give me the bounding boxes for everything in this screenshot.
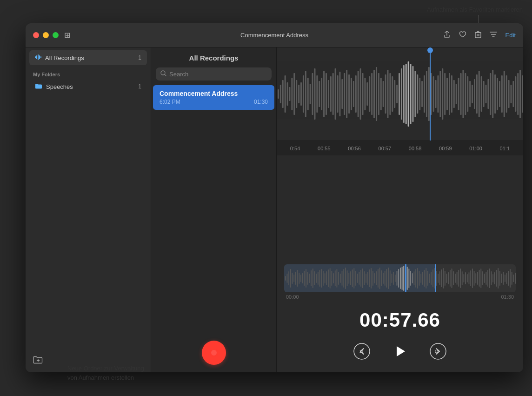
svg-rect-2 xyxy=(36,55,37,59)
minimize-button[interactable] xyxy=(43,32,49,38)
svg-rect-154 xyxy=(348,273,349,284)
filter-icon[interactable] xyxy=(490,31,497,40)
ruler-label-5: 00:59 xyxy=(439,146,452,151)
playhead-line[interactable] xyxy=(430,47,431,141)
svg-rect-232 xyxy=(482,271,483,285)
svg-rect-127 xyxy=(302,273,303,283)
svg-rect-45 xyxy=(360,68,361,120)
svg-rect-215 xyxy=(453,271,454,285)
svg-rect-71 xyxy=(419,78,420,110)
svg-rect-246 xyxy=(506,273,507,284)
play-button[interactable] xyxy=(388,340,412,363)
record-button[interactable] xyxy=(202,341,226,365)
svg-rect-230 xyxy=(479,270,480,287)
svg-rect-89 xyxy=(460,73,462,115)
svg-rect-244 xyxy=(503,272,504,285)
svg-rect-120 xyxy=(290,269,291,288)
svg-rect-107 xyxy=(501,75,503,113)
svg-rect-91 xyxy=(465,73,466,115)
main-content: All Recordings 1 My Folders Speeches 1 xyxy=(26,47,523,372)
favorite-heart-icon[interactable] xyxy=(459,31,466,40)
search-input[interactable] xyxy=(169,71,267,78)
svg-rect-99 xyxy=(483,81,485,107)
sidebar-item-speeches[interactable]: Speeches 1 xyxy=(29,80,147,93)
svg-rect-64 xyxy=(403,65,405,123)
svg-rect-27 xyxy=(319,81,320,107)
svg-rect-16 xyxy=(293,73,295,115)
ruler-labels: 0:54 00:55 00:56 00:57 00:58 00:59 01:00… xyxy=(277,146,523,151)
svg-rect-57 xyxy=(387,70,389,118)
svg-rect-49 xyxy=(369,76,370,112)
svg-rect-62 xyxy=(399,73,400,115)
svg-rect-229 xyxy=(477,272,478,285)
annotation-bottom: Neue Ordner zur Verwaltung von Aufnahmen… xyxy=(67,364,144,382)
svg-rect-241 xyxy=(498,268,499,289)
svg-rect-5 xyxy=(40,56,41,58)
sidebar-item-all-recordings[interactable]: All Recordings 1 xyxy=(29,50,147,65)
svg-rect-80 xyxy=(439,71,441,117)
svg-rect-123 xyxy=(295,272,296,285)
recording-item[interactable]: Commencement Address 6:02 PM 01:30 xyxy=(153,85,274,110)
all-recordings-label: All Recordings xyxy=(45,54,138,61)
svg-rect-228 xyxy=(475,273,476,283)
sidebar-toggle-icon[interactable]: ⊞ xyxy=(64,31,70,40)
svg-rect-22 xyxy=(307,78,309,110)
svg-rect-199 xyxy=(426,268,426,289)
svg-rect-109 xyxy=(506,75,507,113)
svg-rect-174 xyxy=(383,273,384,284)
waveform-panel: 0:54 00:55 00:56 00:57 00:58 00:59 01:00… xyxy=(277,47,523,372)
svg-rect-30 xyxy=(326,73,327,115)
svg-rect-249 xyxy=(512,272,512,285)
svg-rect-82 xyxy=(444,73,446,115)
overview-section: 00:00 01:30 xyxy=(277,260,523,303)
svg-rect-85 xyxy=(451,75,452,113)
svg-rect-200 xyxy=(427,271,428,286)
svg-rect-4 xyxy=(39,55,40,59)
svg-rect-90 xyxy=(462,70,464,118)
svg-rect-69 xyxy=(414,71,416,117)
svg-rect-76 xyxy=(431,73,432,115)
svg-rect-38 xyxy=(344,73,345,115)
svg-rect-226 xyxy=(472,268,473,288)
svg-rect-114 xyxy=(517,73,519,115)
recording-duration: 01:30 xyxy=(254,99,268,105)
svg-rect-165 xyxy=(367,272,368,285)
recordings-panel: All Recordings Commencement Address 6:02 xyxy=(151,47,277,372)
svg-rect-88 xyxy=(458,78,459,110)
outer-container: Aufnahmen als Favoriten markieren ⊞ Comm… xyxy=(0,0,532,396)
share-icon[interactable] xyxy=(443,31,451,40)
traffic-lights xyxy=(33,32,59,38)
skip-back-button[interactable]: 15 xyxy=(352,342,372,361)
svg-rect-67 xyxy=(410,64,412,124)
skip-forward-button[interactable]: 15 xyxy=(428,342,448,361)
recording-time: 6:02 PM xyxy=(160,99,180,105)
svg-rect-106 xyxy=(499,81,500,107)
recordings-panel-header: All Recordings xyxy=(151,47,276,66)
svg-rect-108 xyxy=(504,71,505,117)
svg-rect-248 xyxy=(510,269,511,288)
close-button[interactable] xyxy=(33,32,39,38)
ruler-label-0: 0:54 xyxy=(290,146,300,151)
new-folder-button[interactable] xyxy=(33,355,43,367)
svg-rect-34 xyxy=(335,68,336,120)
maximize-button[interactable] xyxy=(53,32,59,38)
search-bar[interactable] xyxy=(156,67,272,81)
svg-rect-110 xyxy=(508,80,510,108)
svg-rect-93 xyxy=(469,81,471,107)
svg-rect-81 xyxy=(442,68,443,120)
svg-rect-1 xyxy=(35,56,36,58)
svg-rect-224 xyxy=(469,272,470,284)
waveform-icon xyxy=(35,54,41,61)
svg-rect-162 xyxy=(362,268,363,288)
svg-rect-166 xyxy=(369,269,370,287)
svg-rect-182 xyxy=(397,271,398,286)
delete-icon[interactable] xyxy=(475,31,481,40)
svg-marker-254 xyxy=(397,346,405,356)
svg-point-8 xyxy=(211,350,217,356)
title-bar: ⊞ Commencement Address xyxy=(26,23,523,47)
svg-rect-95 xyxy=(474,79,475,109)
overview-waveform[interactable] xyxy=(284,264,516,292)
svg-rect-187 xyxy=(405,264,406,292)
edit-button[interactable]: Edit xyxy=(505,32,516,39)
overview-timeline: 00:00 01:30 xyxy=(284,292,516,300)
